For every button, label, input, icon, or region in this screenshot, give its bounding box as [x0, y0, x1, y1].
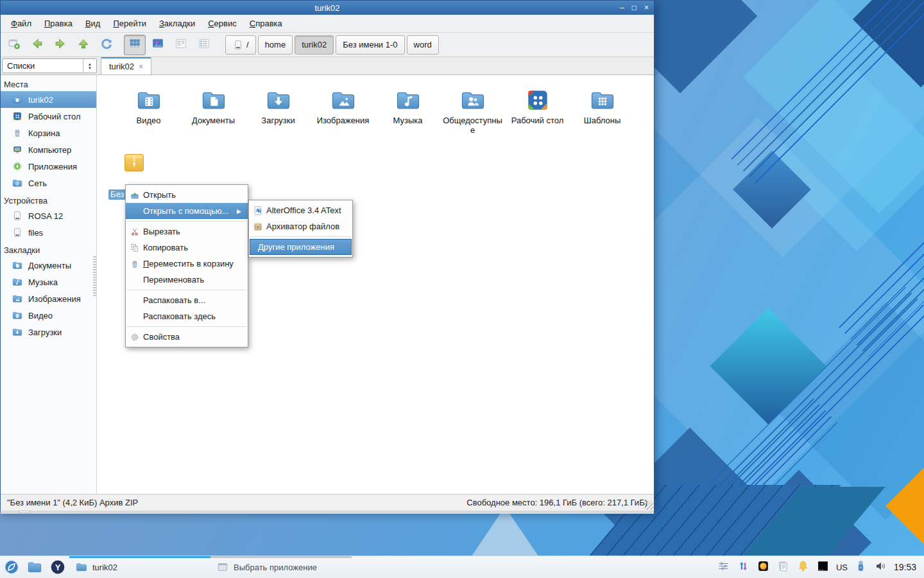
menu-rename[interactable]: Переименовать: [126, 272, 248, 288]
detailed-view-button[interactable]: [193, 35, 215, 55]
path-bez-imeni-1-0[interactable]: Без имени 1-0: [336, 35, 404, 55]
zip-archive-icon: [106, 146, 162, 177]
sidebar-applications[interactable]: Приложения: [1, 158, 96, 175]
folder-shared[interactable]: Общедоступные: [440, 83, 505, 135]
indicator-tray-icon[interactable]: [757, 559, 770, 575]
folder-documents[interactable]: Документы: [181, 83, 246, 135]
view-mode-select[interactable]: Списки ▲▼: [2, 58, 97, 73]
menu-move-to-trash[interactable]: Переместить в корзину: [126, 256, 248, 272]
sidebar-turik02[interactable]: turik02: [1, 91, 96, 108]
sidebar-documents[interactable]: Документы: [1, 257, 96, 274]
menubar-item-перейти[interactable]: Перейти: [107, 16, 153, 31]
icon-view-button[interactable]: [124, 35, 146, 55]
close-button[interactable]: ×: [644, 1, 649, 15]
menu-cut[interactable]: Вырезать: [126, 223, 248, 240]
menu-open[interactable]: Открыть: [126, 187, 248, 203]
menu-item-label: Переместить в корзину: [143, 259, 234, 268]
sidebar-section-title: Устройства: [1, 191, 96, 207]
forward-button[interactable]: [49, 35, 71, 55]
path-turik02[interactable]: turik02: [295, 35, 334, 55]
menu-open-with[interactable]: Открыть с помощью...▶: [126, 203, 248, 219]
menu-item-label: Распаковать в...: [143, 295, 205, 305]
up-button[interactable]: [73, 35, 94, 55]
rosa-desktop-icon: [505, 83, 570, 114]
folder-images[interactable]: Изображения: [311, 83, 375, 135]
submenu-alteroffice-atext[interactable]: ATAlterOffice 3.4 AText: [249, 202, 352, 218]
mixer-tray-icon[interactable]: [717, 559, 730, 575]
menubar-item-вид[interactable]: Вид: [79, 16, 107, 31]
notifications-bell-icon[interactable]: [796, 559, 810, 575]
sidebar-video[interactable]: Видео: [1, 307, 96, 324]
rosa-menu-launcher[interactable]: [0, 556, 23, 578]
cut-icon: [126, 226, 143, 238]
sidebar-resize-grip[interactable]: [93, 256, 96, 297]
submenu-file-archiver[interactable]: Архиватор файлов: [249, 218, 352, 234]
arrow-up-icon: [76, 37, 90, 53]
menu-extract-to[interactable]: Распаковать в...: [126, 292, 248, 308]
maximize-button[interactable]: □: [632, 1, 637, 15]
thumbnail-view-button[interactable]: [147, 35, 169, 55]
sidebar-trash[interactable]: Корзина: [1, 125, 96, 141]
screen-monitor-tray-icon[interactable]: [816, 559, 830, 575]
tab-close-icon[interactable]: ×: [139, 62, 143, 71]
sidebar-files[interactable]: files: [1, 224, 96, 241]
reload-button[interactable]: [96, 35, 117, 55]
folder-templates[interactable]: Шаблоны: [570, 83, 635, 135]
taskbar: Y turik02Выбрать приложение US 19:53: [0, 556, 924, 578]
folder-downloads[interactable]: Загрузки: [246, 83, 311, 135]
sidebar-desktop[interactable]: Рабочий стол: [1, 108, 96, 125]
sidebar-computer[interactable]: Компьютер: [1, 141, 96, 158]
menubar-item-правка[interactable]: Правка: [38, 16, 79, 31]
view-thumb-icon: [151, 37, 165, 53]
menubar-item-файл[interactable]: Файл: [4, 16, 38, 31]
volume-tray-icon[interactable]: [874, 559, 887, 575]
clipboard-tray-icon[interactable]: [776, 559, 790, 575]
window-title: turik02: [314, 3, 339, 13]
yandex-browser-launcher[interactable]: Y: [46, 556, 69, 578]
menu-properties[interactable]: Свойства: [126, 329, 248, 345]
menu-separator: [127, 290, 246, 290]
task-choose-application[interactable]: Выбрать приложение: [210, 556, 352, 578]
folder-desktop[interactable]: Рабочий стол: [505, 83, 570, 135]
compact-view-button[interactable]: [170, 35, 192, 55]
view-mode-value: Списки: [7, 61, 35, 71]
window-grey-icon: [216, 561, 229, 574]
sidebar-section-title: Места: [1, 75, 96, 91]
menu-item-label: Архиватор файлов: [266, 222, 339, 231]
sidebar-images[interactable]: Изображения: [1, 290, 96, 307]
path-root[interactable]: /: [225, 35, 256, 55]
path-word[interactable]: word: [407, 35, 439, 55]
sidebar-rosa-12[interactable]: ROSA 12: [1, 207, 96, 224]
path-home[interactable]: home: [258, 35, 293, 55]
spinner-arrows-icon[interactable]: ▲▼: [83, 59, 96, 73]
submenu-other-applications[interactable]: Другие приложения: [250, 239, 352, 255]
task-turik02[interactable]: turik02: [69, 556, 210, 578]
menubar-item-сервис[interactable]: Сервис: [201, 16, 243, 31]
trash-small-icon: [126, 258, 143, 270]
rosa-desktop-icon: [12, 110, 23, 122]
file-label: Рабочий стол: [505, 114, 570, 125]
sidebar-music[interactable]: Музыка: [1, 274, 96, 290]
archiver-icon: [249, 221, 266, 232]
folder-video[interactable]: Видео: [116, 83, 181, 135]
window-titlebar[interactable]: turik02 –□×: [1, 1, 654, 15]
folder-music[interactable]: Музыка: [375, 83, 440, 135]
menu-item-label: Переименовать: [143, 275, 204, 285]
keyboard-layout-indicator[interactable]: US: [836, 563, 848, 572]
file-manager-launcher[interactable]: [23, 556, 46, 578]
tab-turik02[interactable]: turik02 ×: [101, 57, 151, 74]
sidebar-network[interactable]: Сеть: [1, 175, 96, 191]
drive-icon: [12, 227, 23, 238]
usb-device-tray-icon[interactable]: [854, 559, 868, 575]
sidebar-downloads[interactable]: Загрузки: [1, 324, 96, 340]
back-button[interactable]: [26, 35, 48, 55]
new-window-button[interactable]: [3, 35, 25, 55]
network-traffic-tray-icon[interactable]: [737, 559, 750, 575]
tab-bar: Списки ▲▼ turik02 ×: [1, 57, 654, 75]
minimize-button[interactable]: –: [620, 1, 624, 15]
menubar-item-справка[interactable]: Справка: [243, 16, 289, 31]
menu-copy[interactable]: Копировать: [126, 240, 248, 256]
menubar-item-закладки[interactable]: Закладки: [153, 16, 201, 31]
resize-grip[interactable]: [644, 501, 653, 510]
menu-extract-here[interactable]: Распаковать здесь: [126, 308, 248, 324]
